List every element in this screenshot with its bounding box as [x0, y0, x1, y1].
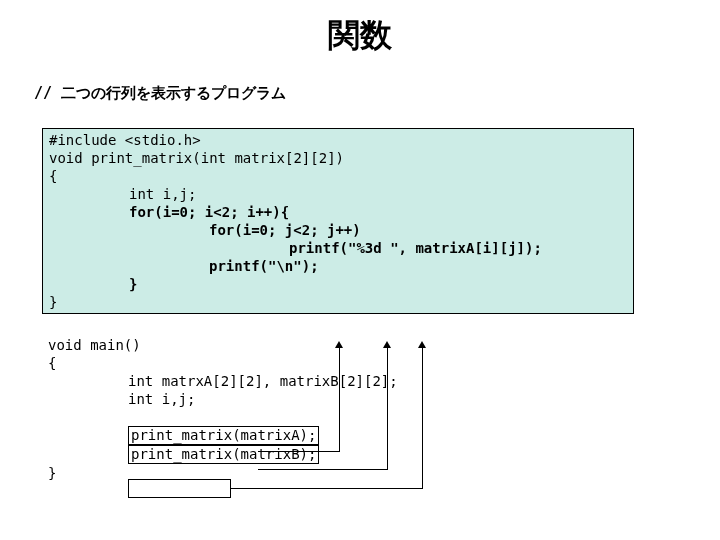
code-line: void print_matrix(int matrix[2][2]) [49, 149, 629, 167]
arrow-1-h [258, 451, 340, 452]
arrow-3-head-icon [418, 341, 426, 348]
call-box-a: print_matrix(matrixA); [128, 426, 319, 445]
empty-call-box [128, 479, 231, 498]
arrow-3-h [231, 488, 423, 489]
arrow-1-v [339, 347, 340, 452]
arrow-2-v [387, 347, 388, 470]
code-line: for(i=0; i<2; i++){ [49, 203, 629, 221]
code-line: printf("%3d ", matrixA[i][j]); [49, 239, 629, 257]
arrow-3-v [422, 347, 423, 489]
program-comment: // 二つの行列を表示するプログラム [34, 84, 720, 103]
page-title: 関数 [0, 0, 720, 66]
arrow-1-head-icon [335, 341, 343, 348]
code-line: printf("\n"); [49, 257, 629, 275]
code-line: { [49, 167, 629, 185]
call-box-b: print_matrix(matrixB); [128, 445, 319, 464]
code-line: #include <stdio.h> [49, 131, 629, 149]
code-line: } [49, 275, 629, 293]
code-line: for(i=0; j<2; j++) [49, 221, 629, 239]
arrow-2-head-icon [383, 341, 391, 348]
main-code-block: void main() { int matrxA[2][2], matrixB[… [42, 334, 634, 484]
code-line: } [49, 293, 629, 311]
arrow-2-h [258, 469, 388, 470]
function-code-box: #include <stdio.h> void print_matrix(int… [42, 128, 634, 314]
code-line: int i,j; [49, 185, 629, 203]
